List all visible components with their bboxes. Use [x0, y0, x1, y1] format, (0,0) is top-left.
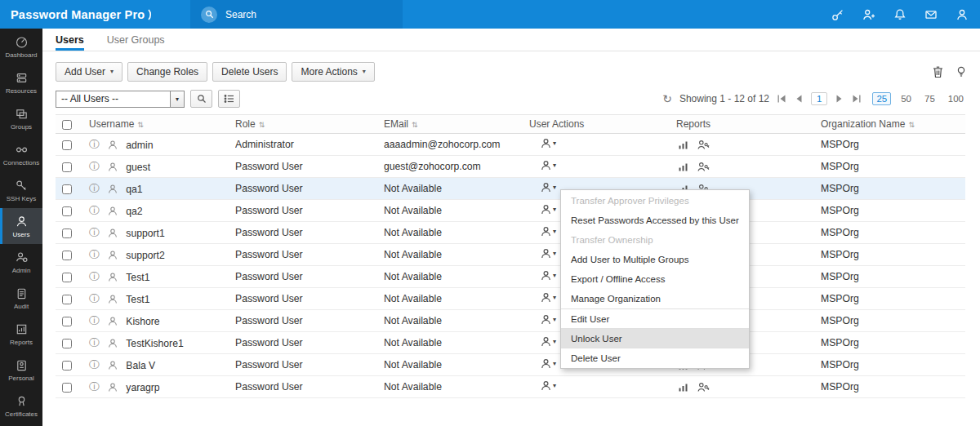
user-actions-icon[interactable]: ▾: [541, 358, 556, 369]
info-icon[interactable]: ⓘ: [89, 315, 100, 326]
table-row[interactable]: ⓘ admin Administrator aaaadmin@zohocorp.…: [56, 134, 965, 156]
info-icon[interactable]: ⓘ: [89, 271, 100, 282]
user-actions-icon[interactable]: ▾: [541, 270, 556, 281]
username-text[interactable]: support1: [126, 227, 164, 238]
menu-item-manage-organization[interactable]: Manage Organization: [561, 289, 749, 308]
row-checkbox[interactable]: [62, 383, 72, 393]
trash-icon[interactable]: [932, 65, 944, 78]
info-icon[interactable]: ⓘ: [89, 293, 100, 304]
row-checkbox[interactable]: [62, 206, 72, 216]
username-text[interactable]: support2: [126, 249, 164, 260]
table-row[interactable]: ⓘ Bala V Password User Not Available ▾ M…: [56, 354, 965, 376]
sidebar-item-certificates[interactable]: Certificates: [0, 388, 42, 424]
info-icon[interactable]: ⓘ: [89, 249, 100, 260]
list-view-button[interactable]: [218, 90, 240, 108]
user-report-icon[interactable]: [697, 140, 710, 150]
sidebar-item-connections[interactable]: Connections: [0, 136, 42, 172]
table-row[interactable]: ⓘ yaragrp Password User Not Available ▾ …: [56, 376, 965, 398]
menu-item-export-offline-access[interactable]: Export / Offline Access: [561, 269, 749, 289]
change-roles-button[interactable]: Change Roles: [127, 62, 207, 82]
user-actions-icon[interactable]: ▾: [541, 292, 556, 303]
sort-icon[interactable]: ⇅: [412, 121, 418, 129]
column-header-role[interactable]: Role⇅: [235, 115, 384, 134]
sidebar-item-admin[interactable]: Admin: [0, 244, 42, 280]
user-filter-select[interactable]: -- All Users -- ▾: [56, 91, 185, 108]
global-search[interactable]: Search: [190, 0, 403, 29]
user-actions-icon[interactable]: ▾: [541, 248, 556, 259]
user-report-icon[interactable]: [697, 162, 710, 172]
username-text[interactable]: Test1: [126, 271, 149, 282]
row-checkbox[interactable]: [62, 162, 72, 172]
row-checkbox[interactable]: [62, 295, 72, 304]
menu-item-unlock-user[interactable]: Unlock User: [561, 328, 749, 348]
user-actions-icon[interactable]: ▾: [541, 182, 556, 193]
info-icon[interactable]: ⓘ: [89, 205, 100, 216]
sidebar-item-groups[interactable]: Groups: [0, 100, 42, 136]
sidebar-item-resources[interactable]: Resources: [0, 64, 42, 100]
username-text[interactable]: qa2: [126, 205, 142, 216]
table-row[interactable]: ⓘ qa2 Password User Not Available ▾ MSPO…: [56, 200, 965, 222]
table-row[interactable]: ⓘ Test1 Password User Not Available ▾ MS…: [56, 288, 965, 310]
info-icon[interactable]: ⓘ: [89, 381, 100, 393]
next-page-button[interactable]: [835, 95, 844, 103]
tab-user-groups[interactable]: User Groups: [107, 29, 165, 51]
user-actions-icon[interactable]: ▾: [541, 160, 556, 171]
sidebar-item-dashboard[interactable]: Dashboard: [0, 29, 42, 64]
menu-item-reset-passwords-accessed-by-this-user[interactable]: Reset Passwords Accessed by this User: [561, 211, 749, 230]
table-row[interactable]: ⓘ support2 Password User Not Available ▾…: [56, 244, 965, 266]
page-size-75[interactable]: 75: [921, 93, 938, 104]
username-text[interactable]: admin: [126, 139, 153, 150]
menu-item-delete-user[interactable]: Delete User: [561, 348, 749, 367]
row-checkbox[interactable]: [62, 229, 72, 238]
more-actions-button[interactable]: More Actions ▾: [292, 62, 374, 82]
previous-page-button[interactable]: [795, 95, 804, 103]
first-page-button[interactable]: [777, 95, 787, 103]
sidebar-item-users[interactable]: Users: [0, 208, 42, 244]
sidebar-item-audit[interactable]: Audit: [0, 280, 42, 316]
column-header-organization-name[interactable]: Organization Name⇅: [821, 115, 965, 134]
sidebar-item-reports[interactable]: Reports: [0, 316, 42, 352]
info-icon[interactable]: ⓘ: [89, 161, 100, 172]
username-text[interactable]: qa1: [126, 183, 142, 194]
table-row[interactable]: ⓘ support1 Password User Not Available ▾…: [56, 222, 965, 244]
sort-icon[interactable]: ⇅: [137, 121, 144, 129]
sidebar-item-personal[interactable]: Personal: [0, 352, 42, 388]
delete-users-button[interactable]: Delete Users: [212, 62, 287, 82]
password-access-report-icon[interactable]: [678, 382, 688, 393]
add-user-icon[interactable]: [862, 8, 875, 21]
sort-icon[interactable]: ⇅: [259, 121, 265, 129]
username-text[interactable]: Bala V: [126, 359, 155, 371]
user-actions-icon[interactable]: ▾: [541, 380, 556, 391]
select-all-checkbox[interactable]: [62, 120, 72, 130]
info-icon[interactable]: ⓘ: [89, 227, 100, 238]
add-user-button[interactable]: Add User ▾: [56, 62, 122, 82]
password-access-report-icon[interactable]: [678, 162, 688, 172]
password-access-report-icon[interactable]: [678, 140, 688, 150]
menu-item-add-user-to-multiple-groups[interactable]: Add User to Multiple Groups: [561, 250, 749, 269]
row-checkbox[interactable]: [62, 273, 72, 282]
info-icon[interactable]: ⓘ: [89, 337, 100, 348]
row-checkbox[interactable]: [62, 317, 72, 326]
info-icon[interactable]: ⓘ: [89, 359, 100, 371]
username-text[interactable]: Test1: [126, 293, 149, 304]
info-icon[interactable]: ⓘ: [89, 139, 100, 150]
table-row[interactable]: ⓘ qa1 Password User Not Available ▾ MSPO…: [56, 178, 965, 200]
table-row[interactable]: ⓘ guest Password User guest@zohocorp.com…: [56, 156, 965, 178]
row-checkbox[interactable]: [62, 251, 72, 260]
refresh-icon[interactable]: ↻: [662, 93, 672, 104]
user-actions-icon[interactable]: ▾: [541, 314, 556, 325]
sidebar-item-ssh-keys[interactable]: SSH Keys: [0, 172, 42, 208]
user-profile-icon[interactable]: [956, 8, 969, 21]
user-actions-icon[interactable]: ▾: [541, 204, 556, 215]
user-actions-icon[interactable]: ▾: [541, 138, 556, 149]
search-button[interactable]: [190, 90, 212, 108]
username-text[interactable]: yaragrp: [126, 381, 159, 393]
page-size-100[interactable]: 100: [945, 93, 967, 104]
user-actions-icon[interactable]: ▾: [541, 336, 556, 347]
table-row[interactable]: ⓘ Test1 Password User Not Available ▾ MS…: [56, 266, 965, 288]
column-header-email[interactable]: EMail⇅: [384, 115, 529, 134]
row-checkbox[interactable]: [62, 184, 72, 194]
username-text[interactable]: Kishore: [126, 315, 159, 326]
row-checkbox[interactable]: [62, 140, 72, 150]
row-checkbox[interactable]: [62, 339, 72, 348]
